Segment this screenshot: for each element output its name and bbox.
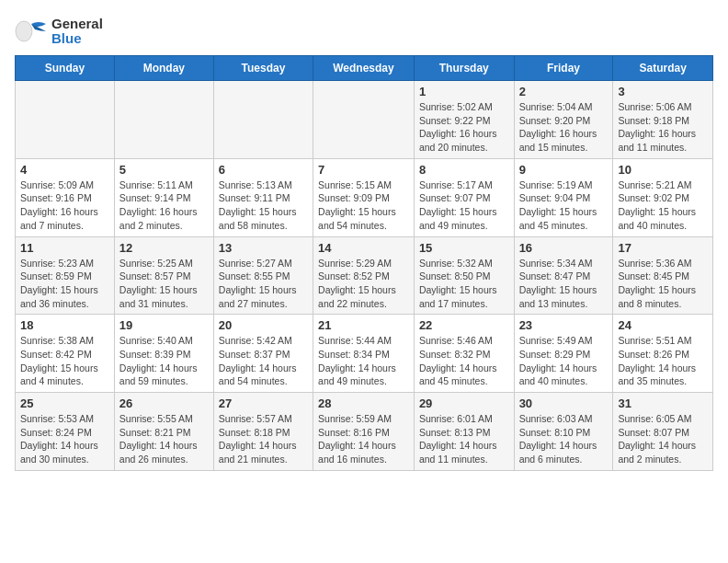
calendar-week-row: 1Sunrise: 5:02 AM Sunset: 9:22 PM Daylig… [16,81,713,159]
calendar-cell: 29Sunrise: 6:01 AM Sunset: 8:13 PM Dayli… [414,393,514,471]
calendar-cell: 3Sunrise: 5:06 AM Sunset: 9:18 PM Daylig… [613,81,713,159]
logo: General Blue [15,15,103,48]
day-number: 17 [618,241,708,255]
day-info: Sunrise: 5:34 AM Sunset: 8:47 PM Dayligh… [519,257,609,311]
day-info: Sunrise: 5:53 AM Sunset: 8:24 PM Dayligh… [20,412,109,466]
day-info: Sunrise: 5:19 AM Sunset: 9:04 PM Dayligh… [519,178,609,233]
day-number: 22 [419,318,509,332]
day-info: Sunrise: 5:15 AM Sunset: 9:09 PM Dayligh… [318,178,409,233]
calendar-cell: 5Sunrise: 5:11 AM Sunset: 9:14 PM Daylig… [114,158,213,236]
calendar-cell [114,81,213,159]
calendar-cell: 31Sunrise: 6:05 AM Sunset: 8:07 PM Dayli… [613,393,713,471]
day-info: Sunrise: 6:01 AM Sunset: 8:13 PM Dayligh… [419,412,509,466]
header-monday: Monday [114,56,213,81]
svg-point-0 [16,21,32,41]
calendar-cell: 23Sunrise: 5:49 AM Sunset: 8:29 PM Dayli… [514,315,613,393]
calendar-cell: 14Sunrise: 5:29 AM Sunset: 8:52 PM Dayli… [313,236,415,315]
calendar-cell: 7Sunrise: 5:15 AM Sunset: 9:09 PM Daylig… [313,158,415,236]
day-info: Sunrise: 5:02 AM Sunset: 9:22 PM Dayligh… [419,100,509,155]
day-info: Sunrise: 5:17 AM Sunset: 9:07 PM Dayligh… [419,178,509,233]
calendar-cell: 21Sunrise: 5:44 AM Sunset: 8:34 PM Dayli… [313,315,415,393]
logo-bird-icon [15,15,48,48]
day-number: 27 [219,396,308,410]
day-info: Sunrise: 5:59 AM Sunset: 8:16 PM Dayligh… [318,412,409,466]
calendar-cell: 2Sunrise: 5:04 AM Sunset: 9:20 PM Daylig… [514,81,613,159]
calendar-cell: 9Sunrise: 5:19 AM Sunset: 9:04 PM Daylig… [514,158,613,236]
header-saturday: Saturday [613,56,713,81]
day-number: 4 [20,163,109,177]
header-sunday: Sunday [16,56,115,81]
day-number: 5 [119,163,209,177]
calendar-week-row: 18Sunrise: 5:38 AM Sunset: 8:42 PM Dayli… [16,315,713,393]
day-number: 9 [519,163,609,177]
calendar-cell: 30Sunrise: 6:03 AM Sunset: 8:10 PM Dayli… [514,393,613,471]
day-info: Sunrise: 5:44 AM Sunset: 8:34 PM Dayligh… [318,334,409,388]
calendar-header-row: SundayMondayTuesdayWednesdayThursdayFrid… [16,56,713,81]
calendar-week-row: 11Sunrise: 5:23 AM Sunset: 8:59 PM Dayli… [16,236,713,315]
day-info: Sunrise: 5:46 AM Sunset: 8:32 PM Dayligh… [419,334,509,388]
day-info: Sunrise: 5:09 AM Sunset: 9:16 PM Dayligh… [20,178,109,233]
day-info: Sunrise: 5:23 AM Sunset: 8:59 PM Dayligh… [20,257,109,311]
calendar-week-row: 25Sunrise: 5:53 AM Sunset: 8:24 PM Dayli… [16,393,713,471]
day-number: 19 [119,318,209,332]
day-number: 7 [318,163,409,177]
calendar-cell [213,81,313,159]
day-number: 15 [419,241,509,255]
day-number: 29 [419,396,509,410]
day-info: Sunrise: 5:55 AM Sunset: 8:21 PM Dayligh… [119,412,209,466]
day-info: Sunrise: 5:25 AM Sunset: 8:57 PM Dayligh… [119,257,209,311]
day-info: Sunrise: 5:21 AM Sunset: 9:02 PM Dayligh… [618,178,708,233]
day-info: Sunrise: 6:05 AM Sunset: 8:07 PM Dayligh… [618,412,708,466]
day-info: Sunrise: 5:38 AM Sunset: 8:42 PM Dayligh… [20,334,109,388]
header-tuesday: Tuesday [213,56,313,81]
day-info: Sunrise: 5:40 AM Sunset: 8:39 PM Dayligh… [119,334,209,388]
day-number: 26 [119,396,209,410]
day-info: Sunrise: 5:51 AM Sunset: 8:26 PM Dayligh… [618,334,708,388]
calendar-cell: 10Sunrise: 5:21 AM Sunset: 9:02 PM Dayli… [613,158,713,236]
page-header: General Blue [15,15,713,48]
calendar-cell: 19Sunrise: 5:40 AM Sunset: 8:39 PM Dayli… [114,315,213,393]
calendar-cell: 27Sunrise: 5:57 AM Sunset: 8:18 PM Dayli… [213,393,313,471]
day-number: 20 [219,318,308,332]
day-number: 6 [219,163,308,177]
day-number: 25 [20,396,109,410]
header-thursday: Thursday [414,56,514,81]
header-wednesday: Wednesday [313,56,415,81]
calendar-cell: 12Sunrise: 5:25 AM Sunset: 8:57 PM Dayli… [114,236,213,315]
header-friday: Friday [514,56,613,81]
day-number: 3 [618,85,708,98]
calendar-cell: 1Sunrise: 5:02 AM Sunset: 9:22 PM Daylig… [414,81,514,159]
logo-text-blue: Blue [51,31,103,47]
day-number: 14 [318,241,409,255]
calendar-cell [16,81,115,159]
calendar-table: SundayMondayTuesdayWednesdayThursdayFrid… [15,55,713,471]
calendar-cell: 26Sunrise: 5:55 AM Sunset: 8:21 PM Dayli… [114,393,213,471]
day-info: Sunrise: 5:13 AM Sunset: 9:11 PM Dayligh… [219,178,308,233]
calendar-cell: 4Sunrise: 5:09 AM Sunset: 9:16 PM Daylig… [16,158,115,236]
day-number: 16 [519,241,609,255]
calendar-cell: 6Sunrise: 5:13 AM Sunset: 9:11 PM Daylig… [213,158,313,236]
day-number: 18 [20,318,109,332]
day-number: 10 [618,163,708,177]
calendar-cell [313,81,415,159]
day-number: 28 [318,396,409,410]
day-info: Sunrise: 5:57 AM Sunset: 8:18 PM Dayligh… [219,412,308,466]
day-info: Sunrise: 5:06 AM Sunset: 9:18 PM Dayligh… [618,100,708,155]
day-number: 1 [419,85,509,98]
calendar-cell: 15Sunrise: 5:32 AM Sunset: 8:50 PM Dayli… [414,236,514,315]
calendar-cell: 16Sunrise: 5:34 AM Sunset: 8:47 PM Dayli… [514,236,613,315]
day-number: 2 [519,85,609,98]
day-number: 24 [618,318,708,332]
calendar-cell: 11Sunrise: 5:23 AM Sunset: 8:59 PM Dayli… [16,236,115,315]
day-info: Sunrise: 5:27 AM Sunset: 8:55 PM Dayligh… [219,257,308,311]
day-number: 30 [519,396,609,410]
day-number: 8 [419,163,509,177]
logo-text-general: General [51,17,103,32]
calendar-cell: 24Sunrise: 5:51 AM Sunset: 8:26 PM Dayli… [613,315,713,393]
calendar-cell: 25Sunrise: 5:53 AM Sunset: 8:24 PM Dayli… [16,393,115,471]
day-info: Sunrise: 6:03 AM Sunset: 8:10 PM Dayligh… [519,412,609,466]
calendar-cell: 22Sunrise: 5:46 AM Sunset: 8:32 PM Dayli… [414,315,514,393]
calendar-cell: 18Sunrise: 5:38 AM Sunset: 8:42 PM Dayli… [16,315,115,393]
day-number: 13 [219,241,308,255]
day-info: Sunrise: 5:32 AM Sunset: 8:50 PM Dayligh… [419,257,509,311]
